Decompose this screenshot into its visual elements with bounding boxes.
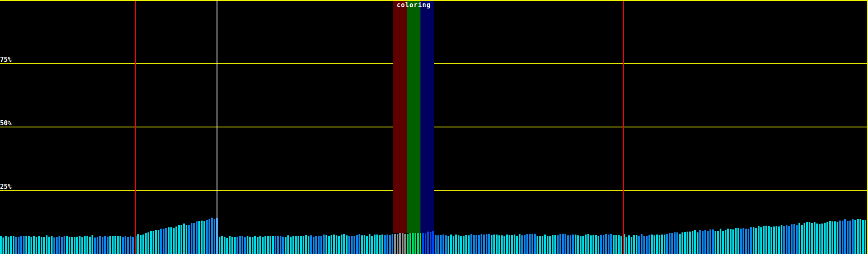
usage-bar (206, 220, 208, 254)
usage-bar (608, 235, 609, 254)
usage-bar (224, 237, 225, 254)
usage-bar (776, 226, 777, 254)
usage-bar (824, 223, 826, 254)
usage-bar (308, 236, 309, 254)
usage-bar (829, 221, 831, 254)
usage-bar (387, 235, 388, 254)
usage-bar (267, 236, 269, 254)
usage-bar (351, 236, 353, 254)
usage-bar (620, 236, 622, 254)
usage-bar (140, 235, 142, 254)
usage-bar (193, 223, 195, 254)
usage-bar (109, 236, 111, 254)
usage-bar (153, 231, 154, 254)
usage-bar (298, 236, 299, 254)
usage-bar (175, 226, 177, 254)
usage-bar (743, 228, 744, 254)
profiler-coloring-chart[interactable]: 75% 50% 25% coloring (0, 0, 868, 254)
usage-bar (593, 235, 594, 254)
usage-bar (120, 236, 121, 254)
usage-bar (590, 235, 592, 254)
usage-bar (188, 225, 190, 254)
usage-bar (552, 235, 554, 254)
usage-bar (333, 235, 335, 254)
usage-bar (481, 234, 482, 254)
usage-bar (722, 231, 724, 254)
usage-bar (821, 224, 823, 254)
usage-bar (847, 221, 849, 254)
usage-bar (402, 233, 403, 254)
usage-bar (570, 235, 571, 254)
usage-bar (242, 236, 243, 254)
usage-bar (643, 236, 645, 254)
usage-bar (97, 237, 98, 254)
usage-bar (725, 230, 726, 254)
y-axis-tick-25: 25% (0, 184, 11, 190)
usage-bar (264, 236, 266, 254)
usage-bar (804, 223, 805, 254)
usage-bar (450, 235, 452, 254)
usage-bar (33, 236, 35, 254)
usage-bar (567, 235, 569, 254)
usage-bar (519, 234, 520, 254)
usage-bar (763, 226, 765, 254)
usage-bar (516, 236, 518, 254)
usage-bar (125, 236, 126, 254)
usage-bar (819, 224, 821, 254)
usage-bar (92, 235, 93, 254)
usage-bar (826, 222, 828, 254)
usage-bar (226, 238, 228, 254)
usage-bar (58, 236, 60, 254)
usage-bar (832, 221, 833, 254)
usage-bar (46, 235, 47, 254)
usage-bar (842, 221, 843, 254)
usage-bar (272, 236, 274, 254)
usage-bar (53, 237, 55, 254)
usage-bar (239, 236, 241, 254)
usage-bar (348, 236, 350, 254)
usage-bar (600, 235, 602, 254)
usage-bar (531, 234, 533, 254)
usage-bar (514, 235, 515, 254)
usage-bar (476, 235, 477, 254)
usage-bar (542, 236, 543, 254)
usage-bar (458, 235, 459, 254)
usage-bar (336, 235, 337, 254)
usage-bar (31, 237, 32, 254)
usage-bar (626, 237, 627, 254)
usage-bar (735, 228, 737, 254)
usage-bar (837, 222, 838, 254)
usage-bar (509, 235, 510, 254)
usage-bar (610, 234, 612, 254)
usage-bar (356, 235, 358, 254)
usage-bar (575, 235, 576, 254)
usage-bar (56, 237, 58, 254)
usage-bar (656, 235, 658, 254)
gridline-50 (0, 127, 868, 127)
usage-bar (201, 221, 203, 254)
usage-bar (679, 234, 681, 254)
usage-bar (636, 235, 637, 254)
usage-bar (343, 234, 345, 254)
usage-bar (422, 233, 424, 254)
usage-bar (145, 233, 147, 254)
usage-bar (71, 237, 73, 254)
usage-bar (791, 224, 793, 254)
usage-bar (547, 236, 548, 254)
usage-bar (186, 225, 187, 254)
usage-bar (48, 237, 50, 254)
usage-bar (453, 236, 454, 254)
y-axis-tick-50: 50% (0, 120, 11, 127)
usage-bar (374, 235, 376, 254)
usage-bar (669, 233, 670, 254)
usage-bar (595, 235, 597, 254)
usage-bar (689, 232, 691, 254)
usage-bar (727, 229, 729, 254)
usage-bar (755, 228, 757, 254)
usage-bar (295, 236, 297, 254)
usage-bar (43, 237, 45, 254)
usage-bar (366, 236, 368, 254)
usage-bar (211, 218, 213, 254)
usage-bar (130, 236, 131, 254)
usage-bar (107, 237, 108, 254)
